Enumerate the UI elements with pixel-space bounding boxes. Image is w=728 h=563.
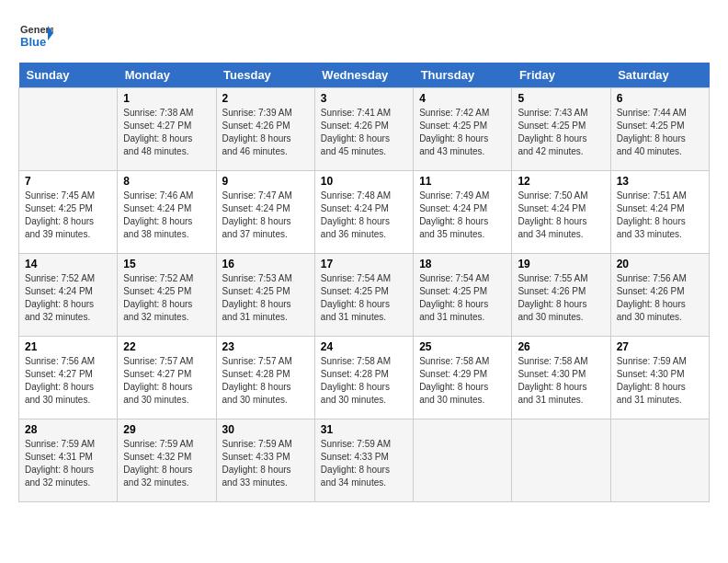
- day-number: 7: [25, 175, 111, 188]
- day-info: Sunrise: 7:57 AM Sunset: 4:28 PM Dayligh…: [222, 355, 309, 407]
- day-info: Sunrise: 7:57 AM Sunset: 4:27 PM Dayligh…: [123, 355, 210, 407]
- logo: General Blue: [18, 18, 55, 53]
- calendar-cell: 14Sunrise: 7:52 AM Sunset: 4:24 PM Dayli…: [19, 254, 118, 337]
- header-row: SundayMondayTuesdayWednesdayThursdayFrid…: [19, 63, 710, 88]
- calendar-cell: 17Sunrise: 7:54 AM Sunset: 4:25 PM Dayli…: [314, 254, 413, 337]
- day-number: 19: [518, 258, 604, 270]
- day-info: Sunrise: 7:46 AM Sunset: 4:24 PM Dayligh…: [123, 190, 210, 241]
- day-number: 25: [419, 340, 506, 353]
- day-number: 20: [617, 258, 703, 270]
- day-number: 15: [123, 258, 210, 270]
- day-info: Sunrise: 7:43 AM Sunset: 4:25 PM Dayligh…: [518, 107, 604, 158]
- day-info: Sunrise: 7:59 AM Sunset: 4:30 PM Dayligh…: [617, 355, 703, 407]
- header-thursday: Thursday: [414, 63, 512, 88]
- day-number: 26: [518, 340, 604, 353]
- week-row-3: 21Sunrise: 7:56 AM Sunset: 4:27 PM Dayli…: [19, 337, 710, 419]
- day-number: 17: [321, 258, 407, 270]
- day-number: 11: [419, 175, 506, 188]
- calendar-cell: 10Sunrise: 7:48 AM Sunset: 4:24 PM Dayli…: [314, 171, 413, 254]
- day-info: Sunrise: 7:50 AM Sunset: 4:24 PM Dayligh…: [518, 190, 604, 241]
- calendar-cell: [512, 419, 610, 502]
- calendar-cell: 29Sunrise: 7:59 AM Sunset: 4:32 PM Dayli…: [118, 419, 216, 502]
- general-blue-icon: General Blue: [18, 18, 53, 53]
- day-info: Sunrise: 7:42 AM Sunset: 4:25 PM Dayligh…: [419, 107, 506, 158]
- day-info: Sunrise: 7:51 AM Sunset: 4:24 PM Dayligh…: [617, 190, 703, 241]
- day-info: Sunrise: 7:48 AM Sunset: 4:24 PM Dayligh…: [321, 190, 407, 241]
- calendar-header: SundayMondayTuesdayWednesdayThursdayFrid…: [19, 63, 710, 88]
- day-info: Sunrise: 7:59 AM Sunset: 4:33 PM Dayligh…: [321, 438, 407, 489]
- header-friday: Friday: [512, 63, 610, 88]
- calendar-cell: 30Sunrise: 7:59 AM Sunset: 4:33 PM Dayli…: [216, 419, 314, 502]
- calendar-cell: 13Sunrise: 7:51 AM Sunset: 4:24 PM Dayli…: [610, 171, 709, 254]
- calendar-cell: 20Sunrise: 7:56 AM Sunset: 4:26 PM Dayli…: [610, 254, 709, 337]
- day-info: Sunrise: 7:41 AM Sunset: 4:26 PM Dayligh…: [321, 107, 407, 158]
- day-number: 16: [222, 258, 309, 270]
- header-wednesday: Wednesday: [314, 63, 413, 88]
- day-info: Sunrise: 7:53 AM Sunset: 4:25 PM Dayligh…: [222, 272, 309, 324]
- day-number: 28: [25, 423, 111, 436]
- calendar-cell: 28Sunrise: 7:59 AM Sunset: 4:31 PM Dayli…: [19, 419, 118, 502]
- day-number: 5: [518, 92, 604, 105]
- calendar-cell: 26Sunrise: 7:58 AM Sunset: 4:30 PM Dayli…: [512, 337, 610, 419]
- calendar-table: SundayMondayTuesdayWednesdayThursdayFrid…: [18, 63, 710, 502]
- day-number: 29: [123, 423, 210, 436]
- day-info: Sunrise: 7:54 AM Sunset: 4:25 PM Dayligh…: [419, 272, 506, 324]
- calendar-cell: 19Sunrise: 7:55 AM Sunset: 4:26 PM Dayli…: [512, 254, 610, 337]
- calendar-cell: 15Sunrise: 7:52 AM Sunset: 4:25 PM Dayli…: [118, 254, 216, 337]
- day-info: Sunrise: 7:39 AM Sunset: 4:26 PM Dayligh…: [222, 107, 309, 158]
- day-info: Sunrise: 7:47 AM Sunset: 4:24 PM Dayligh…: [222, 190, 309, 241]
- day-number: 9: [222, 175, 309, 188]
- header-saturday: Saturday: [610, 63, 709, 88]
- day-info: Sunrise: 7:58 AM Sunset: 4:28 PM Dayligh…: [321, 355, 407, 407]
- day-number: 8: [123, 175, 210, 188]
- week-row-0: 1Sunrise: 7:38 AM Sunset: 4:27 PM Daylig…: [19, 88, 710, 171]
- header-monday: Monday: [118, 63, 216, 88]
- calendar-cell: 31Sunrise: 7:59 AM Sunset: 4:33 PM Dayli…: [314, 419, 413, 502]
- calendar-cell: 23Sunrise: 7:57 AM Sunset: 4:28 PM Dayli…: [216, 337, 314, 419]
- day-number: 31: [321, 423, 407, 436]
- day-info: Sunrise: 7:52 AM Sunset: 4:25 PM Dayligh…: [123, 272, 210, 324]
- day-info: Sunrise: 7:38 AM Sunset: 4:27 PM Dayligh…: [123, 107, 210, 158]
- day-number: 27: [617, 340, 703, 353]
- day-info: Sunrise: 7:52 AM Sunset: 4:24 PM Dayligh…: [25, 272, 111, 324]
- calendar-cell: 9Sunrise: 7:47 AM Sunset: 4:24 PM Daylig…: [216, 171, 314, 254]
- day-number: 4: [419, 92, 506, 105]
- week-row-1: 7Sunrise: 7:45 AM Sunset: 4:25 PM Daylig…: [19, 171, 710, 254]
- calendar-cell: [19, 88, 118, 171]
- day-info: Sunrise: 7:59 AM Sunset: 4:33 PM Dayligh…: [222, 438, 309, 489]
- day-number: 23: [222, 340, 309, 353]
- day-number: 2: [222, 92, 309, 105]
- week-row-4: 28Sunrise: 7:59 AM Sunset: 4:31 PM Dayli…: [19, 419, 710, 502]
- week-row-2: 14Sunrise: 7:52 AM Sunset: 4:24 PM Dayli…: [19, 254, 710, 337]
- day-number: 3: [321, 92, 407, 105]
- day-info: Sunrise: 7:59 AM Sunset: 4:31 PM Dayligh…: [25, 438, 111, 489]
- day-info: Sunrise: 7:44 AM Sunset: 4:25 PM Dayligh…: [617, 107, 703, 158]
- calendar-cell: 11Sunrise: 7:49 AM Sunset: 4:24 PM Dayli…: [414, 171, 512, 254]
- day-info: Sunrise: 7:55 AM Sunset: 4:26 PM Dayligh…: [518, 272, 604, 324]
- day-info: Sunrise: 7:56 AM Sunset: 4:26 PM Dayligh…: [617, 272, 703, 324]
- day-number: 14: [25, 258, 111, 270]
- day-number: 12: [518, 175, 604, 188]
- day-number: 18: [419, 258, 506, 270]
- day-info: Sunrise: 7:45 AM Sunset: 4:25 PM Dayligh…: [25, 190, 111, 241]
- calendar-cell: 18Sunrise: 7:54 AM Sunset: 4:25 PM Dayli…: [414, 254, 512, 337]
- day-number: 21: [25, 340, 111, 353]
- calendar-cell: 4Sunrise: 7:42 AM Sunset: 4:25 PM Daylig…: [414, 88, 512, 171]
- calendar-cell: 21Sunrise: 7:56 AM Sunset: 4:27 PM Dayli…: [19, 337, 118, 419]
- day-number: 22: [123, 340, 210, 353]
- calendar-cell: 12Sunrise: 7:50 AM Sunset: 4:24 PM Dayli…: [512, 171, 610, 254]
- calendar-cell: 8Sunrise: 7:46 AM Sunset: 4:24 PM Daylig…: [118, 171, 216, 254]
- calendar-cell: [610, 419, 709, 502]
- calendar-cell: 24Sunrise: 7:58 AM Sunset: 4:28 PM Dayli…: [314, 337, 413, 419]
- day-number: 13: [617, 175, 703, 188]
- calendar-cell: 6Sunrise: 7:44 AM Sunset: 4:25 PM Daylig…: [610, 88, 709, 171]
- calendar-cell: 3Sunrise: 7:41 AM Sunset: 4:26 PM Daylig…: [314, 88, 413, 171]
- header-tuesday: Tuesday: [216, 63, 314, 88]
- day-info: Sunrise: 7:56 AM Sunset: 4:27 PM Dayligh…: [25, 355, 111, 407]
- day-info: Sunrise: 7:58 AM Sunset: 4:29 PM Dayligh…: [419, 355, 506, 407]
- calendar-body: 1Sunrise: 7:38 AM Sunset: 4:27 PM Daylig…: [19, 88, 710, 502]
- day-info: Sunrise: 7:54 AM Sunset: 4:25 PM Dayligh…: [321, 272, 407, 324]
- calendar-cell: 2Sunrise: 7:39 AM Sunset: 4:26 PM Daylig…: [216, 88, 314, 171]
- day-number: 6: [617, 92, 703, 105]
- day-info: Sunrise: 7:49 AM Sunset: 4:24 PM Dayligh…: [419, 190, 506, 241]
